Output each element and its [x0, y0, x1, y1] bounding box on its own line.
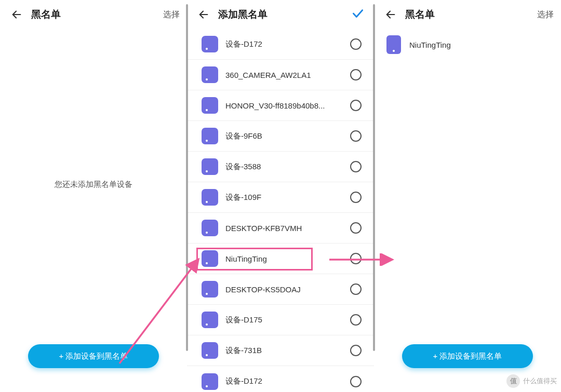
select-button[interactable]: 选择	[163, 9, 180, 20]
watermark-badge-icon: 值	[506, 374, 520, 388]
device-icon	[202, 220, 218, 236]
radio-unselected-icon[interactable]	[350, 222, 362, 234]
device-icon	[202, 312, 218, 328]
device-row[interactable]: 设备-3588	[187, 152, 374, 182]
select-button[interactable]: 选择	[537, 9, 554, 20]
page-title: 添加黑名单	[218, 8, 268, 21]
header: 黑名单 选择	[0, 0, 187, 29]
panel-blacklist-populated: 黑名单 选择 NiuTingTing + 添加设备到黑名单	[374, 0, 561, 392]
device-name: NiuTingTing	[225, 254, 345, 263]
device-name: HONOR_V30-ff8189b40b8...	[225, 101, 345, 110]
back-button[interactable]	[194, 5, 213, 24]
watermark-text: 什么值得买	[523, 376, 557, 386]
device-icon	[202, 189, 218, 206]
device-row[interactable]: NiuTingTing	[187, 244, 374, 274]
arrow-left-icon	[198, 9, 209, 20]
device-name: 360_CAMERA_AW2LA1	[225, 71, 345, 79]
radio-unselected-icon[interactable]	[350, 345, 362, 356]
device-row[interactable]: 设备-D172	[187, 29, 374, 60]
empty-state-text: 您还未添加黑名单设备	[0, 180, 187, 190]
back-button[interactable]	[381, 5, 400, 24]
panel-add-blacklist: 添加黑名单 设备-D172360_CAMERA_AW2LA1HONOR_V30-…	[187, 0, 374, 392]
device-icon	[202, 250, 218, 267]
header: 黑名单 选择	[374, 0, 561, 29]
arrow-left-icon	[11, 9, 22, 20]
add-device-button[interactable]: + 添加设备到黑名单	[402, 344, 533, 368]
page-title: 黑名单	[31, 8, 61, 21]
watermark: 值 什么值得买	[506, 374, 557, 388]
device-icon	[202, 36, 218, 52]
device-row[interactable]: 设备-731B	[187, 335, 374, 366]
panel-separator	[186, 4, 188, 351]
add-device-button[interactable]: + 添加设备到黑名单	[28, 344, 159, 368]
check-icon	[351, 7, 365, 20]
radio-unselected-icon[interactable]	[350, 283, 362, 295]
device-name: NiuTingTing	[409, 40, 451, 49]
device-name: DESKTOP-KFB7VMH	[225, 224, 345, 233]
device-row[interactable]: 设备-D175	[187, 305, 374, 335]
header: 添加黑名单	[187, 0, 374, 29]
device-name: 设备-D175	[225, 315, 345, 325]
page-title: 黑名单	[405, 8, 435, 21]
device-icon	[202, 66, 218, 83]
blacklist-item[interactable]: NiuTingTing	[374, 29, 561, 60]
device-row[interactable]: 设备-109F	[187, 182, 374, 213]
device-name: 设备-D172	[225, 376, 345, 386]
device-icon	[202, 128, 218, 144]
device-icon	[202, 158, 218, 175]
radio-unselected-icon[interactable]	[350, 376, 362, 387]
device-row[interactable]: 设备-9F6B	[187, 121, 374, 152]
radio-unselected-icon[interactable]	[350, 130, 362, 142]
device-name: 设备-D172	[225, 39, 345, 49]
radio-unselected-icon[interactable]	[350, 161, 362, 172]
back-button[interactable]	[7, 5, 26, 24]
device-row[interactable]: DESKTOP-KS5DOAJ	[187, 274, 374, 305]
radio-unselected-icon[interactable]	[350, 192, 362, 203]
device-icon	[202, 373, 218, 390]
device-list[interactable]: 设备-D172360_CAMERA_AW2LA1HONOR_V30-ff8189…	[187, 29, 374, 392]
device-row[interactable]: 设备-D172	[187, 366, 374, 392]
arrow-left-icon	[385, 9, 396, 20]
confirm-button[interactable]	[349, 5, 367, 24]
panel-blacklist-empty: 黑名单 选择 您还未添加黑名单设备 + 添加设备到黑名单	[0, 0, 187, 392]
phone-icon	[386, 35, 401, 54]
device-name: 设备-731B	[225, 346, 345, 356]
radio-unselected-icon[interactable]	[350, 253, 362, 264]
device-name: 设备-9F6B	[225, 131, 345, 141]
device-icon	[202, 342, 218, 359]
device-icon	[202, 281, 218, 298]
radio-unselected-icon[interactable]	[350, 38, 362, 50]
radio-unselected-icon[interactable]	[350, 314, 362, 326]
panel-separator	[373, 4, 375, 351]
radio-unselected-icon[interactable]	[350, 69, 362, 80]
radio-unselected-icon[interactable]	[350, 100, 362, 111]
device-row[interactable]: HONOR_V30-ff8189b40b8...	[187, 90, 374, 121]
device-name: 设备-3588	[225, 162, 345, 172]
device-name: 设备-109F	[225, 193, 345, 202]
device-name: DESKTOP-KS5DOAJ	[225, 285, 345, 294]
device-row[interactable]: DESKTOP-KFB7VMH	[187, 213, 374, 244]
device-row[interactable]: 360_CAMERA_AW2LA1	[187, 60, 374, 90]
device-icon	[202, 97, 218, 114]
